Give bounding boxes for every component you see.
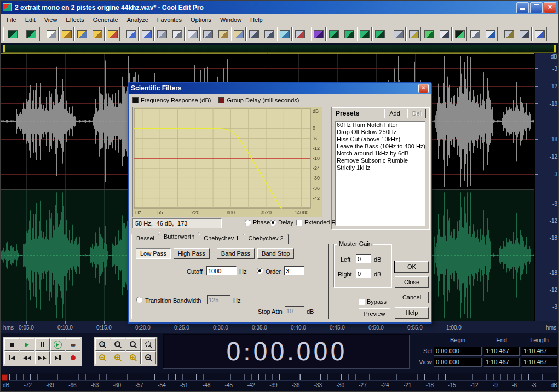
fast-forward-button[interactable]: [35, 351, 50, 364]
filter-graph[interactable]: 0-6-12-18-24-30-36-42dBHz552208803520140…: [132, 107, 322, 217]
master-gain-right-input[interactable]: [356, 269, 371, 278]
mix-paste-button[interactable]: [231, 27, 246, 41]
pan-envelope-button[interactable]: [342, 27, 356, 41]
multitrack-view-button[interactable]: [3, 27, 21, 41]
master-gain-left-input[interactable]: [356, 254, 371, 263]
help-button[interactable]: Help: [395, 307, 429, 319]
tab-chebychev-1[interactable]: Chebychev 1: [199, 234, 244, 244]
settings-button[interactable]: [502, 27, 516, 41]
delay-radio[interactable]: [270, 220, 276, 226]
cancel-button[interactable]: Cancel: [395, 292, 429, 303]
zoom-in-button[interactable]: +: [95, 338, 110, 351]
open-file-button[interactable]: [59, 27, 74, 41]
dialog-close-icon[interactable]: [418, 84, 429, 93]
filter-band-pass-button[interactable]: Band Pass: [217, 248, 255, 259]
filter-high-pass-button[interactable]: High Pass: [174, 248, 210, 259]
cue-list-button[interactable]: [372, 27, 387, 41]
save-file-button[interactable]: [74, 27, 89, 41]
level-meter[interactable]: dB-72-69-66-63-60-57-54-51-48-45-42-39-3…: [1, 373, 559, 392]
zoom-vertical-button[interactable]: −: [141, 351, 156, 364]
tab-chebychev-2[interactable]: Chebychev 2: [244, 234, 289, 244]
preset-item[interactable]: Hiss Cut (above 10kHz): [336, 136, 425, 143]
preset-item[interactable]: 60Hz Hum Notch Filter: [336, 122, 425, 129]
amplitude-ruler[interactable]: dB-3-12-18-18-12-3-3-12-18-18-12-3: [534, 53, 559, 321]
order-input[interactable]: [284, 266, 304, 275]
spectral-view-button[interactable]: [311, 27, 326, 41]
overview-navigation-bar[interactable]: [3, 45, 556, 53]
record-button[interactable]: [66, 351, 80, 364]
loop-button[interactable]: ∞: [66, 338, 80, 351]
waveform-view-button[interactable]: [22, 27, 40, 41]
selection-tool-button[interactable]: [170, 27, 185, 41]
stop-button[interactable]: [4, 338, 19, 351]
play-looped-button[interactable]: [50, 338, 65, 351]
transition-bandwidth-radio[interactable]: [136, 297, 142, 303]
go-to-start-button[interactable]: [4, 351, 19, 364]
view-length[interactable]: 1:10.467: [521, 358, 557, 367]
tab-bessel[interactable]: Bessel: [131, 234, 159, 244]
sel-end[interactable]: 1:10.467: [483, 347, 520, 356]
save-copy-button[interactable]: [90, 27, 105, 41]
add-preset-button[interactable]: Add: [384, 109, 405, 118]
extended-range-checkbox[interactable]: [296, 220, 302, 226]
volume-envelope-button[interactable]: [357, 27, 372, 41]
phase-option[interactable]: Phase: [245, 219, 270, 226]
zoom-full-button[interactable]: [126, 338, 141, 351]
edit-markers-button[interactable]: [292, 27, 307, 41]
preset-item[interactable]: Strictly 1kHz: [336, 164, 425, 171]
pause-button[interactable]: [35, 338, 50, 351]
menu-item-window[interactable]: Window: [216, 15, 246, 24]
zoom-in-right-edge-button[interactable]: +: [111, 351, 125, 364]
ok-button[interactable]: OK: [395, 261, 429, 273]
redo-button[interactable]: [139, 27, 154, 41]
play-options-button[interactable]: [422, 27, 436, 41]
zoom-out-button[interactable]: −: [111, 338, 125, 351]
cd-player-button[interactable]: [406, 27, 421, 41]
delay-option[interactable]: Delay: [270, 219, 293, 226]
menu-item-view[interactable]: View: [40, 15, 62, 24]
menu-item-edit[interactable]: Edit: [21, 15, 40, 24]
dialog-titlebar[interactable]: Scientific Filters: [129, 83, 431, 94]
view-end[interactable]: 1:10.467: [483, 358, 520, 367]
copy-button[interactable]: [185, 27, 200, 41]
zoom-to-selection-button[interactable]: [141, 338, 156, 351]
preset-item[interactable]: Notch around 1kHz by 6dB: [336, 150, 425, 157]
bypass-checkbox[interactable]: [359, 299, 365, 305]
zoom-options-button[interactable]: [437, 27, 452, 41]
zoom-selection-button[interactable]: +: [126, 351, 141, 364]
help-button[interactable]: [532, 27, 547, 41]
menu-item-favorites[interactable]: Favorites: [153, 15, 186, 24]
close-icon[interactable]: [544, 2, 556, 13]
time-window-button[interactable]: [452, 27, 467, 41]
menu-item-generate[interactable]: Generate: [89, 15, 123, 24]
legend-group-delay[interactable]: Group Delay (milliseconds): [218, 97, 299, 103]
delete-selection-button[interactable]: [262, 27, 276, 41]
undo-button[interactable]: [124, 27, 139, 41]
convert-sample-type-button[interactable]: [277, 27, 292, 41]
trim-button[interactable]: [246, 27, 261, 41]
preview-button[interactable]: Preview: [359, 308, 390, 319]
sel-begin[interactable]: 0:00.000: [434, 347, 482, 356]
batch-files-button[interactable]: [105, 27, 120, 41]
menu-item-options[interactable]: Options: [186, 15, 216, 24]
new-file-button[interactable]: [44, 27, 59, 41]
cut-button[interactable]: [200, 27, 215, 41]
cue-grid-button[interactable]: [468, 27, 482, 41]
window-titlebar[interactable]: 2 extrait mono en 2 pistes origine 44khz…: [1, 1, 558, 14]
sel-length[interactable]: 1:10.467: [521, 347, 557, 356]
close-button[interactable]: Close: [395, 276, 429, 288]
phase-radio[interactable]: [245, 220, 251, 226]
paste-button[interactable]: [216, 27, 230, 41]
bypass-option[interactable]: Bypass: [359, 298, 387, 305]
filter-low-pass-button[interactable]: Low Pass: [136, 248, 171, 259]
monitor-record-level-button[interactable]: [483, 27, 498, 41]
order-radio[interactable]: [257, 268, 263, 274]
preset-item[interactable]: Leave the Bass (10Hz to 400 Hz): [336, 143, 425, 150]
zoom-in-left-edge-button[interactable]: +: [95, 351, 110, 364]
play-button[interactable]: [20, 338, 34, 351]
menu-item-effects[interactable]: Effects: [61, 15, 88, 24]
go-to-end-button[interactable]: [50, 351, 65, 364]
menu-item-analyze[interactable]: Analyze: [123, 15, 153, 24]
preset-item[interactable]: Drop Off Below 250Hz: [336, 129, 425, 136]
filter-band-stop-button[interactable]: Band Stop: [257, 248, 294, 259]
